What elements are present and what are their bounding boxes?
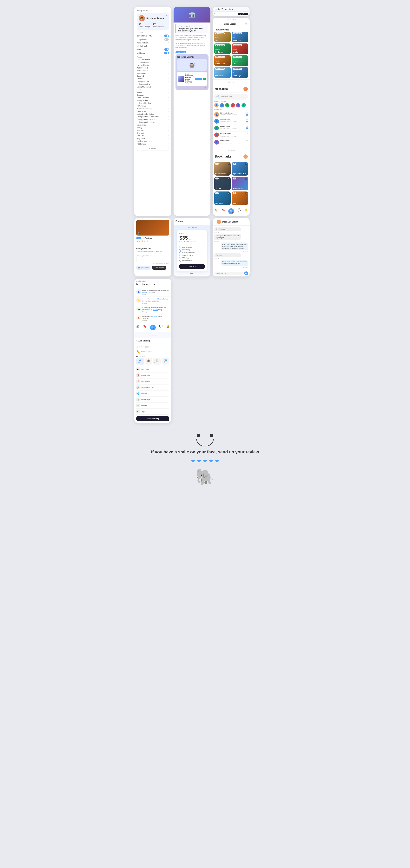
nav-link-listview[interactable]: Listing List View› [137, 80, 169, 83]
listing-type-hotel[interactable]: 🏨 Hotel [145, 358, 153, 365]
nav-bell[interactable]: 🔔 [244, 208, 248, 214]
toggle-components[interactable] [164, 38, 169, 41]
nav-link-search[interactable]: Search› [137, 91, 169, 94]
field-price[interactable]: 💲 Price Range [136, 397, 169, 403]
bookmark-agra[interactable]: Agra 📍 ✕ [232, 191, 248, 205]
bookmark-close-button[interactable]: ✕ [228, 178, 230, 180]
bookmark-san-diego[interactable]: San Diego 📍 ✕ [214, 191, 231, 205]
nav-link-events[interactable]: Listings Details - Events› [137, 118, 169, 121]
search-active-btn[interactable]: 🔍 [150, 324, 156, 331]
nav-link-hotels[interactable]: Listing Details - Hotels› [137, 113, 169, 116]
nav-toggle-components[interactable]: Components [137, 38, 169, 41]
nav-bell[interactable]: 🔔 [166, 324, 170, 331]
search-active-btn[interactable]: 🔍 [228, 208, 234, 214]
nav-bookmark[interactable]: 🔖 [143, 324, 146, 331]
city-card-himachal[interactable]: IndiaHimachal 17 Locations [214, 67, 231, 78]
message-item-james[interactable]: 👤 James Walker 11:50 Lorem ipsum dolor s… [214, 118, 248, 125]
nav-link-add[interactable]: Add Listings› [137, 143, 169, 145]
send-button[interactable]: ▶ [244, 272, 248, 275]
nav-link-mapview1[interactable]: Listing Map View 1› [137, 83, 169, 86]
bookmark-close-button[interactable]: ✕ [245, 178, 247, 180]
nav-link-otp[interactable]: OTP Verification› [137, 64, 169, 66]
nav-link-walk1[interactable]: Walkthrough 1› [137, 66, 169, 69]
contact-avatar[interactable]: 👤 [241, 103, 246, 107]
contact-avatar[interactable]: 👤 [220, 103, 224, 107]
message-item-patricia[interactable]: 👤 Patricia James 11:50 Lorem ipsum dolor… [214, 131, 248, 139]
toggle-notification[interactable] [164, 52, 169, 54]
city-card-sandiego2[interactable]: USASan Diego 21 Locations [232, 67, 248, 78]
contact-avatar[interactable]: 👤 [225, 103, 230, 107]
nav-home[interactable]: 🏠 [136, 324, 139, 331]
bookmark-close-button[interactable]: ✕ [245, 163, 247, 165]
nav-search[interactable]: 🔍 [150, 324, 156, 331]
bookmark-aquaventure[interactable]: Aquaventure Park 📍 ✕ [232, 162, 248, 176]
nav-home[interactable]: 🏠 [214, 208, 218, 214]
nav-messages[interactable]: 💬 [159, 324, 163, 331]
nav-link-walk2[interactable]: Walkthrough 2› [137, 69, 169, 72]
notif-link[interactable]: JC Cafe [153, 309, 158, 311]
toggle-share[interactable] [164, 48, 169, 51]
nav-link-perms[interactable]: Permissions› [137, 72, 169, 75]
add-photos-button[interactable]: 📷 Add Photos [136, 266, 151, 270]
nav-bookmark[interactable]: 🔖 [222, 208, 225, 214]
apply-dates-button[interactable]: Apply Dates [238, 12, 248, 15]
nav-link-calendar[interactable]: Calendar› [137, 94, 169, 96]
nav-toggle-share[interactable]: Share [137, 48, 169, 51]
bookmark-musical-evening[interactable]: Musical Evening 📍 ✕ [214, 162, 231, 176]
listing-type-place[interactable]: 🏔 Place [136, 358, 144, 365]
contact-avatar[interactable]: 👤 [236, 103, 240, 107]
notif-link[interactable]: Atlanta Hotel [142, 291, 150, 293]
nav-link-cities[interactable]: Cities Screen› [137, 110, 169, 113]
chat-search-bar[interactable]: 🔍 [214, 94, 248, 99]
nav-toggle-scroll[interactable]: Infinite Scroll › [137, 44, 169, 48]
nav-link-mapview2[interactable]: Listing Map View 2› [137, 86, 169, 88]
nav-link-exp2[interactable]: Explore 2› [137, 78, 169, 80]
city-card-kosamui[interactable]: ThailandKo Samui 17 Locations [214, 43, 231, 54]
submit-listing-button[interactable]: Submit Listing [136, 416, 169, 421]
nav-messages[interactable]: 💬 [238, 208, 241, 214]
listing-type-event[interactable]: 🎉 Event [162, 358, 170, 365]
nav-link-restaurants[interactable]: Listings Details - Restaurants› [137, 116, 169, 118]
nav-link-exp1[interactable]: Explore 1› [137, 75, 169, 78]
close-nav-btn[interactable]: ✕ [166, 14, 167, 17]
nav-link-review-sub[interactable]: Review Submission› [137, 107, 169, 110]
nav-link-room[interactable]: Room Selection› [137, 96, 169, 99]
notif-link[interactable]: Musical Evening Event [142, 298, 168, 302]
nav-link-notifs[interactable]: Notifications› [137, 124, 169, 126]
field-website[interactable]: 🌐 Website [136, 391, 169, 397]
bookmark-hotel-atlantis[interactable]: Hotel Atlantis 📍 ✕ [232, 177, 248, 190]
toggle-rtl[interactable] [164, 34, 169, 37]
nav-toggle-pull[interactable]: Pull to Refresh › [137, 41, 169, 44]
field-features[interactable]: ⭐ Features [136, 403, 169, 409]
nav-link-reviews[interactable]: All Reviews› [137, 104, 169, 107]
nav-link-bookmarks[interactable]: Bookmarks› [137, 129, 169, 132]
bookmark-close-button[interactable]: ✕ [245, 192, 247, 194]
sign-out-button[interactable]: Sign Out [137, 147, 169, 151]
field-add-photos[interactable]: 🖼 Add Photos [136, 367, 169, 372]
bookmark-close-button[interactable]: ✕ [228, 163, 230, 165]
field-social[interactable]: 🔗 Social Media Links [136, 384, 169, 391]
city-card-london[interactable]: EuropeLondon 21 Locations [232, 43, 248, 54]
nav-link-started[interactable]: Let's Get Started› [137, 58, 169, 61]
message-item-robert[interactable]: 👤 Robert Smith 11:50 Lorem ipsum dolor s… [214, 125, 248, 131]
field-tags[interactable]: 🏷 Tags [136, 409, 169, 414]
listing-type-restaurant[interactable]: 🍴 Restaurant [153, 358, 161, 365]
post-review-button[interactable]: Post Review [152, 266, 166, 270]
nav-link-blog[interactable]: Blog Detail› [137, 137, 169, 140]
contact-avatar[interactable]: 👤 [231, 103, 235, 107]
nav-link-gallery[interactable]: Gallery Screen› [137, 99, 169, 102]
contact-avatar[interactable]: 👤 [214, 103, 218, 107]
search-icon[interactable]: 🔍 [245, 23, 248, 25]
nav-link-account[interactable]: Create Account› [137, 61, 169, 64]
bookmark-close-button[interactable]: ✕ [228, 192, 230, 194]
back-arrow-icon[interactable]: ‹ [215, 23, 215, 25]
directions-button[interactable]: Directions [195, 78, 202, 80]
bookmark-jc-cafe[interactable]: JC Cafe 📍 ✕ [214, 177, 231, 190]
nav-link-chat[interactable]: Chat List› [137, 132, 169, 134]
nav-link-places[interactable]: Listings Details - Places› [137, 121, 169, 124]
nav-toggle-notif[interactable]: Notification [137, 51, 169, 55]
field-add-location[interactable]: 📍 Add Location [136, 378, 169, 384]
city-card-agra[interactable]: IndiaAgra 17 Locations [214, 32, 231, 42]
nav-link-filters[interactable]: Filters› [137, 88, 169, 91]
notif-link[interactable]: JC Cafe [152, 315, 157, 317]
